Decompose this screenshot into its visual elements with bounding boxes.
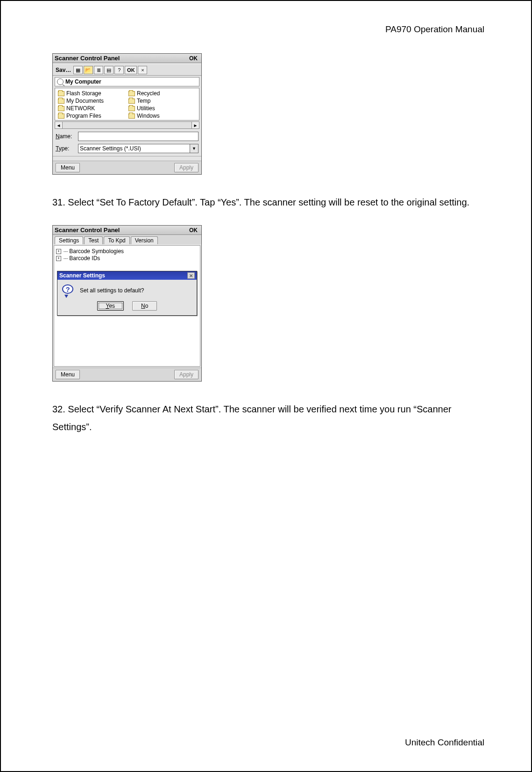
tab-version[interactable]: Version xyxy=(131,236,158,244)
modal-message: Set all settings to default? xyxy=(80,287,144,294)
titlebar-ok-button[interactable]: OK xyxy=(187,227,199,234)
folder-list: Flash Storage Recycled My Documents Temp… xyxy=(55,88,199,120)
folder-item[interactable]: NETWORK xyxy=(58,105,126,112)
bottom-bar: Menu Apply xyxy=(53,161,201,174)
tree-item[interactable]: + ······· Barcode Symbologies xyxy=(56,248,198,255)
page-footer: Unitech Confidential xyxy=(405,737,484,748)
question-icon: ? xyxy=(62,284,74,297)
name-input[interactable] xyxy=(78,132,199,141)
type-field-row: Type: Scanner Settings (*.USI) ▼ xyxy=(56,144,199,153)
folder-up-icon[interactable]: 📂 xyxy=(84,66,93,74)
chevron-down-icon[interactable]: ▼ xyxy=(190,144,198,153)
tree-label: Barcode IDs xyxy=(69,255,100,262)
folder-item[interactable]: Program Files xyxy=(58,113,126,119)
document-page: PA970 Operation Manual Scanner Control P… xyxy=(0,0,532,772)
bottom-bar: Menu Apply xyxy=(53,368,201,381)
tab-test[interactable]: Test xyxy=(84,236,103,244)
location-bar[interactable]: My Computer xyxy=(55,77,199,86)
save-dialog-body: Sav… ▦ 📂 ≣ ▤ ? OK × My Computer Flash St… xyxy=(53,65,201,161)
folder-icon xyxy=(128,106,135,111)
tree-expand-icon[interactable]: + xyxy=(56,249,61,254)
folder-item[interactable]: Utilities xyxy=(128,105,196,112)
folder-label: Utilities xyxy=(137,105,155,112)
tree-item[interactable]: + ······· Barcode IDs xyxy=(56,255,198,262)
folder-item[interactable]: Temp xyxy=(128,98,196,104)
search-icon xyxy=(57,78,64,85)
modal-buttons: Yes No xyxy=(57,299,197,315)
folder-label: NETWORK xyxy=(66,105,95,112)
menu-button[interactable]: Menu xyxy=(56,370,80,379)
save-toolbar: Sav… ▦ 📂 ≣ ▤ ? OK × xyxy=(53,65,201,76)
type-combobox[interactable]: Scanner Settings (*.USI) ▼ xyxy=(78,144,199,153)
tree-connector: ······· xyxy=(63,255,67,262)
window-title: Scanner Control Panel xyxy=(55,227,120,234)
modal-title-text: Scanner Settings xyxy=(59,272,105,279)
menu-button[interactable]: Menu xyxy=(56,163,80,172)
folder-icon xyxy=(128,91,135,96)
no-button[interactable]: No xyxy=(132,301,157,311)
folder-item[interactable]: Flash Storage xyxy=(58,90,126,97)
instruction-31: 31. Select “Set To Factory Default”. Tap… xyxy=(52,193,484,211)
window-titlebar: Scanner Control Panel OK xyxy=(53,226,201,235)
window-titlebar: Scanner Control Panel OK xyxy=(53,54,201,63)
list-view-icon[interactable]: ≣ xyxy=(94,66,103,74)
folder-label: Program Files xyxy=(66,113,101,119)
tab-settings[interactable]: Settings xyxy=(55,236,83,244)
instruction-32: 32. Select “Verify Scanner At Next Start… xyxy=(52,400,484,436)
screenshot-save-dialog: Scanner Control Panel OK Sav… ▦ 📂 ≣ ▤ ? … xyxy=(52,53,202,175)
close-icon[interactable]: ✕ xyxy=(187,272,195,279)
folder-label: Flash Storage xyxy=(66,90,101,97)
folder-item[interactable]: Windows xyxy=(128,113,196,119)
status-strip xyxy=(53,156,201,161)
folder-icon xyxy=(58,99,64,104)
folder-item[interactable]: Recycled xyxy=(128,90,196,97)
settings-tree: + ······· Barcode Symbologies + ······· … xyxy=(54,245,200,367)
location-label: My Computer xyxy=(65,78,101,85)
help-icon[interactable]: ? xyxy=(114,66,124,74)
window-title: Scanner Control Panel xyxy=(55,55,120,62)
toolbar-close-button[interactable]: × xyxy=(138,66,147,74)
folder-label: Temp xyxy=(137,98,150,104)
save-label: Sav… xyxy=(54,67,72,73)
screenshot-confirm-dialog: Scanner Control Panel OK Settings Test T… xyxy=(52,225,202,382)
folder-label: My Documents xyxy=(66,98,104,104)
scroll-left-icon[interactable]: ◄ xyxy=(55,122,63,128)
modal-titlebar: Scanner Settings ✕ xyxy=(57,271,197,280)
toolbar-ok-button[interactable]: OK xyxy=(125,66,137,74)
apply-button[interactable]: Apply xyxy=(174,163,199,172)
tree-connector: ······· xyxy=(63,248,67,255)
name-field-row: Name: xyxy=(56,132,199,141)
name-label: Name: xyxy=(56,133,75,140)
confirm-modal: Scanner Settings ✕ ? Set all settings to… xyxy=(57,271,197,316)
folder-label: Windows xyxy=(137,113,160,119)
titlebar-ok-button[interactable]: OK xyxy=(187,55,199,62)
tab-to-kpd[interactable]: To Kpd xyxy=(104,236,129,244)
folder-icon xyxy=(58,106,64,111)
type-value: Scanner Settings (*.USI) xyxy=(80,145,141,152)
scroll-right-icon[interactable]: ► xyxy=(192,122,199,128)
folder-label: Recycled xyxy=(137,90,160,97)
details-view-icon[interactable]: ▤ xyxy=(104,66,113,74)
type-label: Type: xyxy=(56,145,75,152)
folder-icon xyxy=(58,91,64,96)
tree-label: Barcode Symbologies xyxy=(69,248,124,255)
view-icon-1[interactable]: ▦ xyxy=(73,66,83,74)
yes-button[interactable]: Yes xyxy=(97,301,124,311)
page-header: PA970 Operation Manual xyxy=(52,24,484,35)
tree-expand-icon[interactable]: + xyxy=(56,256,61,261)
settings-panel: + ······· Barcode Symbologies + ······· … xyxy=(53,244,201,368)
horizontal-scrollbar[interactable]: ◄ ► xyxy=(55,121,199,129)
tabstrip: Settings Test To Kpd Version xyxy=(53,235,201,244)
folder-icon xyxy=(58,113,64,119)
apply-button[interactable]: Apply xyxy=(174,370,199,379)
folder-item[interactable]: My Documents xyxy=(58,98,126,104)
folder-icon xyxy=(128,113,135,119)
modal-body: ? Set all settings to default? xyxy=(57,280,197,299)
folder-icon xyxy=(128,99,135,104)
